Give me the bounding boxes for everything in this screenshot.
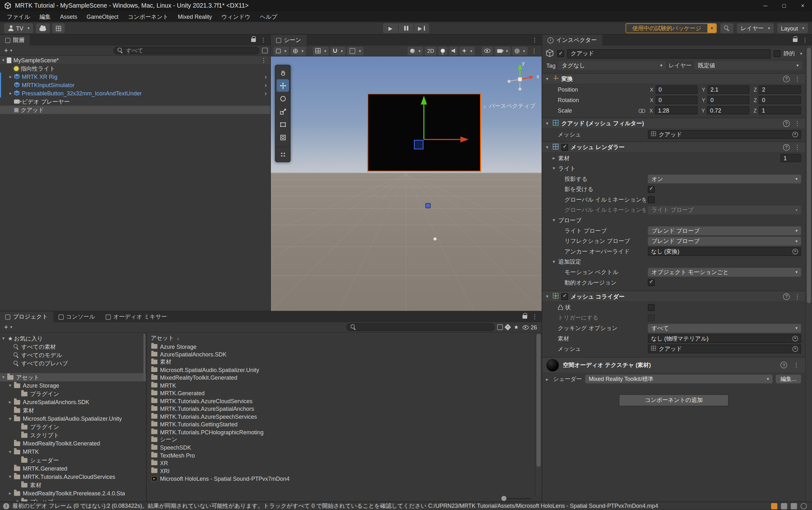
search-by-label-icon[interactable] xyxy=(504,324,511,331)
physic-material-field[interactable]: なし (物理マテリアル) xyxy=(648,334,801,343)
panel-menu-icon[interactable]: ⋮ xyxy=(800,37,810,44)
minimize-button[interactable]: ─ xyxy=(756,0,775,11)
inspector-scrollbar[interactable] xyxy=(805,46,812,502)
help-icon[interactable]: ? xyxy=(783,120,790,126)
orientation-gizmo[interactable]: y x xyxy=(503,62,537,95)
tree-item[interactable]: シェーダー xyxy=(0,456,146,464)
favorite-all-materials[interactable]: すべての素材 xyxy=(0,342,146,351)
tree-item[interactable]: ▾プレハブ xyxy=(0,497,146,502)
lighting-foldout[interactable]: ▾ ライト xyxy=(542,163,805,174)
shader-edit-button[interactable]: 編集... xyxy=(776,374,801,384)
folder-row[interactable]: MRTK.Generated xyxy=(151,389,533,397)
add-component-button[interactable]: コンポーネントの追加 xyxy=(619,394,728,406)
component-menu-icon[interactable]: ⋮ xyxy=(792,293,802,300)
hierarchy-item-mrtk-xr-rig[interactable]: ▸ MRTK XR Rig › xyxy=(0,73,270,81)
scale-z-field[interactable]: 1 xyxy=(759,106,801,114)
reflection-probes-dropdown[interactable]: ブレンド プローブ xyxy=(648,236,801,246)
tree-item[interactable]: プラグイン xyxy=(0,390,146,398)
object-name-field[interactable]: クアッド xyxy=(567,49,770,58)
additional-settings-foldout[interactable]: ▾ 追加設定 xyxy=(542,257,805,267)
motion-vectors-dropdown[interactable]: オブジェクト モーションごと xyxy=(648,268,801,277)
tab-inspector[interactable]: i インスペクター xyxy=(542,35,602,46)
tag-dropdown[interactable]: タグなし xyxy=(558,61,666,70)
hierarchy-item-video-player[interactable]: ビデオ プレーヤー xyxy=(0,97,270,106)
handle-rotation-dropdown[interactable]: ▾ xyxy=(291,47,306,55)
cooking-options-dropdown[interactable]: すべて xyxy=(648,324,801,333)
tree-item[interactable]: 素材 xyxy=(0,481,146,489)
move-tool-button[interactable] xyxy=(276,79,289,91)
audio-toggle[interactable] xyxy=(449,47,458,55)
tab-hierarchy[interactable]: 階層 xyxy=(0,35,30,46)
component-menu-icon[interactable]: ⋮ xyxy=(791,362,801,368)
foldout-arrow-icon[interactable]: ▸ xyxy=(7,91,14,96)
cloud-services-button[interactable] xyxy=(36,23,50,33)
menu-window[interactable]: ウィンドウ xyxy=(217,11,255,22)
scale-y-field[interactable]: 0.72 xyxy=(707,106,749,114)
tree-item[interactable]: ▾Azure Storage xyxy=(0,381,146,390)
folder-row[interactable]: AzureSpatialAnchors.SDK xyxy=(151,350,533,358)
folder-row[interactable]: シーン xyxy=(151,435,533,443)
object-picker-icon[interactable] xyxy=(792,346,798,352)
component-menu-icon[interactable]: ⋮ xyxy=(792,120,802,126)
receive-gi-dropdown[interactable]: ライト プローブ xyxy=(648,205,801,214)
hierarchy-item-mrtk-input-simulator[interactable]: MRTKInputSimulator › xyxy=(0,81,270,89)
materials-foldout[interactable]: ▸ 素材 1 xyxy=(542,153,805,164)
hierarchy-scene-row[interactable]: ▾ MySampleScene* ⋮ xyxy=(0,56,270,64)
search-filter-icon[interactable] xyxy=(262,48,268,53)
rotate-tool-button[interactable] xyxy=(276,92,289,105)
collab-button[interactable] xyxy=(53,23,65,33)
scale-x-field[interactable]: 1.28 xyxy=(655,106,697,114)
custom-tool-button[interactable] xyxy=(276,147,289,161)
help-icon[interactable]: ? xyxy=(783,144,790,150)
collider-mesh-field[interactable]: クアッド xyxy=(648,344,801,353)
menu-gameobject[interactable]: GameObject xyxy=(82,11,123,22)
tree-item[interactable]: スクリプト xyxy=(0,431,146,440)
scale-link-icon[interactable] xyxy=(638,108,645,113)
menu-file[interactable]: ファイル xyxy=(2,11,35,22)
perspective-toggle[interactable]: ‹ パースペクティブ xyxy=(484,102,536,110)
folder-row[interactable]: 素材 xyxy=(151,358,533,366)
menu-component[interactable]: コンポーネント xyxy=(123,11,173,22)
receive-shadows-checkbox[interactable] xyxy=(648,186,655,192)
snap-settings-dropdown[interactable]: ▾ xyxy=(331,47,345,55)
search-button[interactable] xyxy=(720,23,733,33)
anchor-override-field[interactable]: なし (変換) xyxy=(648,247,801,256)
open-prefab-chevron[interactable]: › xyxy=(263,73,269,80)
tree-item[interactable]: ▸MixedRealityToolkit.Prerelease.2.4.0.St… xyxy=(0,489,146,497)
background-tasks-icon[interactable] xyxy=(801,503,807,509)
rotation-y-field[interactable]: 0 xyxy=(708,96,750,104)
panel-menu-icon[interactable]: ⋮ xyxy=(259,37,268,44)
tab-audio-mixer[interactable]: オーディオ ミキサー xyxy=(100,311,172,322)
help-icon[interactable]: ? xyxy=(783,75,790,82)
lock-icon[interactable] xyxy=(251,38,256,42)
measure-dropdown[interactable]: ▾ xyxy=(347,47,364,55)
favorites-star-icon[interactable]: ★ xyxy=(513,324,520,330)
mesh-renderer-enabled-checkbox[interactable] xyxy=(561,144,568,150)
position-z-field[interactable]: 2 xyxy=(759,86,801,94)
folder-row[interactable]: MRTK xyxy=(151,381,533,389)
play-button[interactable]: ▶ xyxy=(383,23,398,33)
cast-shadows-dropdown[interactable]: オン xyxy=(648,174,801,183)
panel-menu-icon[interactable]: ⋮ xyxy=(530,313,540,320)
layer-dropdown[interactable]: 既定値 xyxy=(694,61,802,70)
panel-menu-icon[interactable]: ⋮ xyxy=(530,37,540,44)
active-checkbox[interactable] xyxy=(557,50,564,57)
mesh-collider-header[interactable]: ▾ メッシュ コライダー ? ⋮ xyxy=(542,291,805,302)
folder-row[interactable]: Azure Storage xyxy=(151,342,533,350)
foldout-arrow-icon[interactable]: ▾ xyxy=(544,145,550,150)
scene-options-icon[interactable]: ⋮ xyxy=(259,57,269,64)
object-picker-icon[interactable] xyxy=(792,131,798,137)
foldout-arrow-icon[interactable]: ▾ xyxy=(544,121,550,126)
camera-settings-dropdown[interactable]: ▾ xyxy=(494,47,511,55)
open-prefab-chevron[interactable]: › xyxy=(263,90,269,97)
convex-checkbox[interactable] xyxy=(648,304,655,311)
draw-mode-dropdown[interactable]: ▾ xyxy=(408,47,423,55)
folder-row[interactable]: MRTK.Tutorials.AzureSpeechServices xyxy=(151,413,533,420)
file-list-scrollbar[interactable] xyxy=(535,333,542,495)
favorites-header[interactable]: ▾★お気に入り xyxy=(0,334,146,342)
tree-item[interactable]: ▾MRTK.Tutorials.AzureCloudServices xyxy=(0,473,146,481)
object-picker-icon[interactable] xyxy=(792,335,798,341)
component-menu-icon[interactable]: ⋮ xyxy=(792,75,802,82)
gizmos-dropdown[interactable]: ▾ xyxy=(512,47,528,55)
position-y-field[interactable]: 2.1 xyxy=(708,86,750,94)
